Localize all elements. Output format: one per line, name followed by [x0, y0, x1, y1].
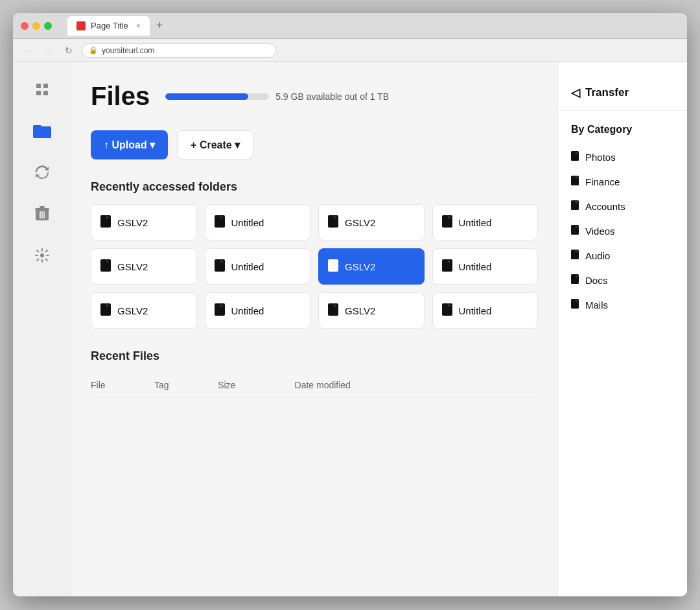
folder-item[interactable]: GSLV2 [91, 204, 197, 240]
svg-rect-1 [43, 84, 48, 88]
category-label: Photos [585, 152, 616, 163]
svg-point-12 [40, 253, 44, 257]
sidebar [13, 62, 71, 596]
svg-rect-27 [571, 200, 579, 210]
recent-files-section: Recent Files File Tag Size Date modified [91, 349, 538, 397]
sidebar-item-grid[interactable] [28, 75, 56, 104]
file-icon [328, 259, 338, 274]
svg-rect-23 [328, 303, 338, 316]
storage-bar-fill [165, 93, 248, 100]
category-label: Docs [585, 275, 607, 286]
folder-label: Untitled [459, 261, 492, 272]
refresh-button[interactable]: ↻ [62, 44, 75, 57]
svg-rect-16 [442, 215, 452, 228]
folder-item[interactable]: GSLV2 [91, 248, 197, 285]
category-label: Videos [585, 226, 615, 237]
category-item[interactable]: Audio [558, 243, 687, 268]
main-content: Files 5.9 GB available out of 1 TB ↑ Upl… [71, 62, 687, 596]
svg-rect-13 [100, 215, 111, 228]
folder-label: GSLV2 [345, 261, 375, 272]
right-panel: ◁ Transfer By Category PhotosFinanceAcco… [557, 62, 687, 596]
file-icon [215, 215, 225, 229]
sidebar-item-trash[interactable] [28, 200, 56, 228]
category-item[interactable]: Docs [558, 268, 687, 292]
app-container: Files 5.9 GB available out of 1 TB ↑ Upl… [13, 62, 687, 596]
category-item[interactable]: Finance [558, 169, 687, 194]
storage-text: 5.9 GB available out of 1 TB [275, 91, 389, 102]
folder-label: GSLV2 [345, 305, 375, 316]
folder-item[interactable]: Untitled [432, 292, 539, 329]
folder-item[interactable]: GSLV2 [318, 248, 425, 285]
folder-label: Untitled [459, 217, 492, 228]
svg-rect-2 [36, 91, 41, 95]
sidebar-item-sync[interactable] [28, 158, 56, 187]
toolbar: ↑ Upload ▾ + Create ▾ [91, 130, 538, 159]
svg-rect-18 [215, 259, 225, 272]
create-button[interactable]: + Create ▾ [177, 130, 253, 159]
folder-item[interactable]: Untitled [205, 292, 311, 329]
recent-folders-title: Recently accessed folders [91, 180, 538, 194]
tab-bar: Page Title × + [67, 16, 679, 36]
upload-button[interactable]: ↑ Upload ▾ [91, 130, 168, 159]
recent-folders-section: Recently accessed folders GSLV2UntitledG… [91, 180, 538, 329]
transfer-icon: ◁ [571, 86, 580, 100]
storage-info: 5.9 GB available out of 1 TB [165, 91, 389, 102]
folder-item[interactable]: Untitled [205, 248, 311, 285]
category-item[interactable]: Photos [558, 145, 687, 169]
category-item[interactable]: Mails [558, 292, 687, 317]
maximize-button[interactable] [44, 22, 52, 30]
folder-item[interactable]: Untitled [432, 248, 539, 285]
back-button[interactable]: ← [21, 44, 35, 57]
sync-icon [34, 165, 50, 180]
sidebar-item-files[interactable] [28, 117, 56, 145]
close-button[interactable] [21, 22, 29, 30]
file-icon [215, 259, 225, 274]
category-file-icon [571, 225, 579, 237]
svg-rect-8 [35, 208, 49, 210]
category-file-icon [571, 299, 579, 311]
tab-favicon [76, 21, 86, 30]
folder-item[interactable]: GSLV2 [318, 292, 425, 329]
category-label: Mails [585, 299, 608, 311]
svg-rect-22 [215, 303, 225, 316]
category-item[interactable]: Videos [558, 218, 687, 243]
browser-tab[interactable]: Page Title × [67, 16, 150, 36]
tab-title: Page Title [91, 21, 128, 30]
category-file-icon [571, 176, 579, 187]
folder-item[interactable]: GSLV2 [318, 204, 425, 240]
file-icon [442, 303, 452, 318]
file-icon [100, 259, 111, 274]
category-label: Finance [585, 176, 620, 187]
file-icon [442, 215, 452, 229]
svg-rect-0 [36, 84, 41, 88]
folder-label: Untitled [231, 305, 264, 316]
folder-item[interactable]: Untitled [205, 204, 311, 240]
settings-icon [34, 248, 50, 263]
svg-rect-15 [328, 215, 338, 228]
transfer-button[interactable]: ◁ Transfer [558, 75, 687, 111]
svg-rect-14 [215, 215, 225, 228]
forward-button[interactable]: → [41, 44, 56, 57]
new-tab-button[interactable]: + [152, 19, 167, 32]
files-header: Files 5.9 GB available out of 1 TB [91, 82, 538, 111]
lock-icon: 🔒 [89, 46, 98, 54]
by-category-section: By Category PhotosFinanceAccountsVideosA… [558, 111, 687, 317]
category-file-icon [571, 200, 579, 212]
storage-bar-track [165, 93, 269, 100]
folder-item[interactable]: Untitled [432, 204, 539, 240]
folder-label: Untitled [459, 305, 492, 316]
file-icon [215, 303, 225, 318]
address-bar[interactable]: 🔒 yoursiteurl.com [82, 43, 276, 58]
svg-rect-5 [33, 125, 41, 129]
folder-label: GSLV2 [117, 217, 148, 228]
sidebar-item-settings[interactable] [28, 241, 56, 270]
category-label: Audio [585, 250, 610, 261]
col-size: Size [218, 373, 294, 397]
svg-rect-29 [571, 250, 579, 259]
svg-rect-19 [328, 259, 338, 272]
tab-close-button[interactable]: × [136, 21, 141, 30]
minimize-button[interactable] [32, 22, 40, 30]
folder-icon [33, 123, 51, 139]
folder-item[interactable]: GSLV2 [91, 292, 197, 329]
category-item[interactable]: Accounts [558, 194, 687, 218]
